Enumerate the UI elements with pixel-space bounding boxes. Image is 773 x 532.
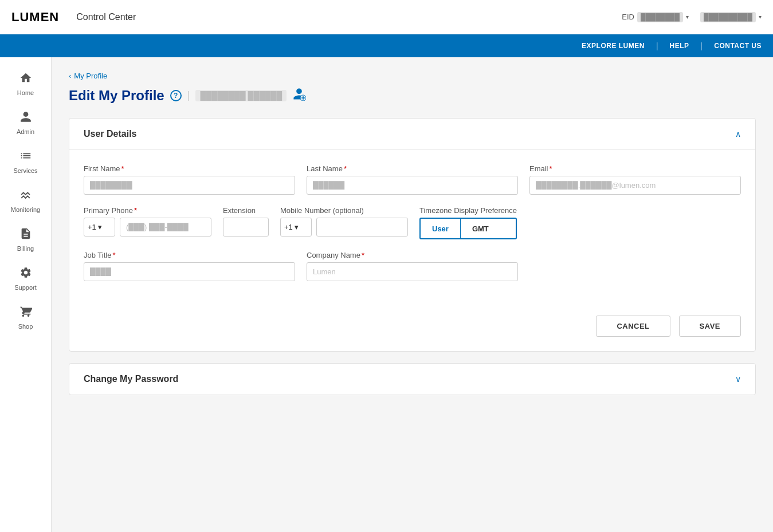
profile-settings-icon[interactable]	[292, 87, 306, 104]
billing-icon	[19, 227, 32, 243]
save-button[interactable]: SAVE	[679, 316, 741, 337]
back-arrow-icon: ‹	[69, 72, 71, 80]
mobile-country-code-value: +1	[284, 223, 293, 231]
email-label: Email*	[529, 164, 741, 173]
extension-input[interactable]	[223, 218, 269, 237]
breadcrumb[interactable]: ‹ My Profile	[69, 72, 756, 80]
sidebar-item-monitoring[interactable]: Monitoring	[3, 183, 49, 219]
form-row-2: Primary Phone* +1 ▾ Extension	[84, 206, 741, 239]
company-name-label: Company Name*	[307, 251, 518, 259]
primary-phone-group: Primary Phone* +1 ▾	[84, 206, 211, 239]
mobile-input-group: +1 ▾	[280, 218, 408, 237]
sidebar-label-shop: Shop	[18, 323, 33, 330]
page-title: Edit My Profile	[69, 88, 164, 104]
form-actions: CANCEL SAVE	[69, 307, 755, 351]
services-icon	[19, 149, 32, 165]
extension-label: Extension	[223, 206, 269, 215]
first-name-input[interactable]	[84, 176, 295, 195]
sidebar: Home Admin Services Monitoring Billing	[0, 57, 52, 532]
breadcrumb-label[interactable]: My Profile	[74, 72, 107, 80]
company-name-group: Company Name*	[307, 251, 518, 281]
home-icon	[19, 72, 32, 87]
nav-separator-1: |	[656, 41, 658, 50]
support-icon	[19, 266, 32, 282]
contact-us-link[interactable]: CONTACT US	[714, 42, 762, 50]
job-title-input[interactable]	[84, 262, 295, 281]
primary-phone-country-code[interactable]: +1 ▾	[84, 218, 115, 237]
sidebar-label-services: Services	[13, 167, 37, 174]
user-details-body: First Name* Last Name* Email*	[69, 150, 755, 307]
timezone-user-btn[interactable]: User	[421, 219, 460, 238]
mobile-input[interactable]	[316, 218, 408, 237]
primary-phone-label: Primary Phone*	[84, 206, 211, 215]
country-code-chevron-icon: ▾	[98, 223, 102, 231]
form-row-3: Job Title* Company Name*	[84, 251, 741, 281]
placeholder-col	[529, 251, 741, 281]
mobile-number-group: Mobile Number (optional) +1 ▾	[280, 206, 408, 239]
job-title-label: Job Title*	[84, 251, 295, 259]
logo: LUMEN	[11, 10, 59, 25]
form-row-1: First Name* Last Name* Email*	[84, 164, 741, 195]
change-password-title: Change My Password	[84, 374, 178, 384]
change-password-header: Change My Password ∨	[69, 364, 755, 395]
sidebar-item-services[interactable]: Services	[3, 144, 49, 180]
mobile-country-code[interactable]: +1 ▾	[280, 218, 312, 237]
mobile-number-label: Mobile Number (optional)	[280, 206, 408, 215]
timezone-gmt-btn[interactable]: GMT	[461, 219, 500, 238]
cancel-button[interactable]: CANCEL	[596, 316, 670, 337]
job-title-group: Job Title*	[84, 251, 295, 281]
last-name-input[interactable]	[307, 176, 518, 195]
extension-group: Extension	[223, 206, 269, 239]
sidebar-label-monitoring: Monitoring	[11, 206, 40, 213]
primary-phone-input[interactable]	[120, 218, 211, 237]
first-name-group: First Name*	[84, 164, 295, 195]
page-title-row: Edit My Profile ? | ████████ ██████	[69, 87, 756, 104]
company-name-input[interactable]	[307, 262, 518, 281]
expand-icon[interactable]: ∨	[735, 375, 741, 384]
email-group: Email*	[529, 164, 741, 195]
sidebar-item-admin[interactable]: Admin	[3, 105, 49, 141]
collapse-icon[interactable]: ∧	[735, 129, 741, 139]
eid-label: EID	[622, 13, 634, 21]
sidebar-label-support: Support	[14, 284, 37, 291]
user-details-header: User Details ∧	[69, 119, 755, 150]
last-name-label: Last Name*	[307, 164, 518, 173]
sidebar-item-shop[interactable]: Shop	[3, 300, 49, 336]
eid-value: ████████	[637, 12, 683, 22]
sidebar-item-home[interactable]: Home	[3, 66, 49, 102]
primary-country-code-value: +1	[88, 223, 96, 231]
last-name-group: Last Name*	[307, 164, 518, 195]
timezone-toggle: User GMT	[419, 218, 517, 239]
header-right: EID ████████ ▾ ██████████ ▾	[622, 12, 762, 22]
shop-icon	[19, 305, 32, 321]
user-chevron-icon[interactable]: ▾	[759, 14, 762, 20]
monitoring-icon	[19, 188, 32, 204]
main-layout: Home Admin Services Monitoring Billing	[0, 57, 773, 532]
user-details-title: User Details	[84, 129, 137, 139]
user-selector[interactable]: ██████████ ▾	[700, 12, 762, 22]
help-link[interactable]: HELP	[670, 42, 689, 50]
first-name-label: First Name*	[84, 164, 295, 173]
change-password-card: Change My Password ∨	[69, 363, 756, 395]
help-icon[interactable]: ?	[170, 90, 182, 101]
user-details-card: User Details ∧ First Name* Last Name*	[69, 118, 756, 352]
email-input[interactable]	[529, 176, 741, 195]
explore-lumen-link[interactable]: EXPLORE LUMEN	[582, 42, 645, 50]
admin-icon	[19, 111, 32, 126]
blue-nav-bar: EXPLORE LUMEN | HELP | CONTACT US	[0, 34, 773, 57]
nav-separator-2: |	[701, 41, 703, 50]
top-header: LUMEN Control Center EID ████████ ▾ ████…	[0, 0, 773, 34]
primary-phone-input-group: +1 ▾	[84, 218, 211, 237]
mobile-chevron-icon: ▾	[295, 223, 299, 231]
eid-selector[interactable]: EID ████████ ▾	[622, 12, 689, 22]
eid-chevron-icon[interactable]: ▾	[686, 14, 689, 20]
app-title: Control Center	[76, 12, 136, 22]
timezone-label: Timezone Display Preference	[419, 206, 517, 215]
timezone-group: Timezone Display Preference User GMT	[419, 206, 517, 239]
sidebar-item-billing[interactable]: Billing	[3, 222, 49, 258]
username-display: ████████ ██████	[195, 90, 287, 101]
content-area: ‹ My Profile Edit My Profile ? | ███████…	[52, 57, 773, 532]
sidebar-label-admin: Admin	[17, 128, 34, 135]
sidebar-item-support[interactable]: Support	[3, 261, 49, 297]
user-value: ██████████	[700, 12, 756, 22]
